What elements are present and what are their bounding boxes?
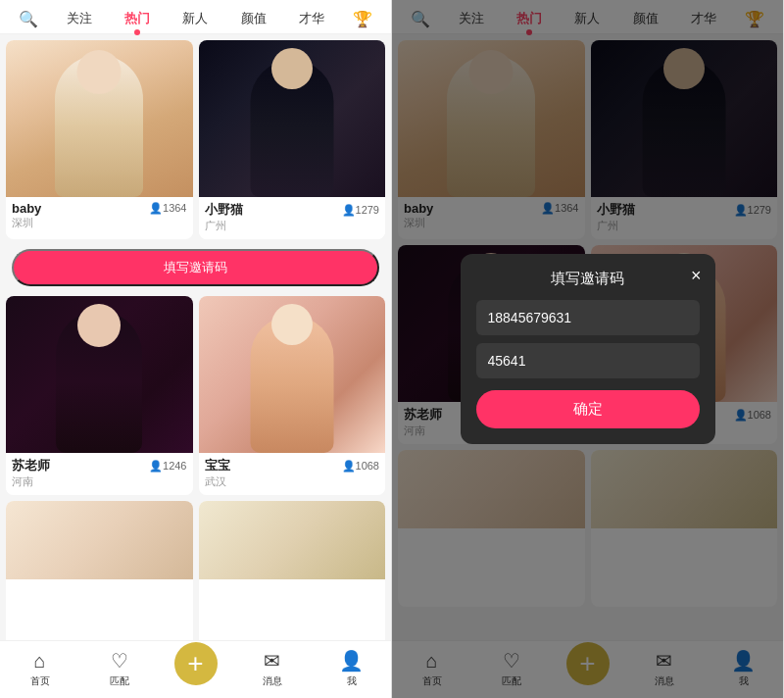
user-icon: 👤	[339, 649, 364, 673]
heart-icon: ♡	[111, 649, 128, 673]
baby-location: 深圳	[12, 216, 187, 230]
message-label: 消息	[263, 674, 282, 688]
content-grid: baby 👤1364 深圳 小野猫 👤1279	[0, 34, 391, 640]
right-panel: 🔍 关注 热门 新人 颜值 才华 🏆 baby 👤1364	[392, 0, 784, 698]
card-row-1: baby 👤1364 深圳 小野猫 👤1279	[6, 40, 385, 239]
nav-me[interactable]: 👤 我	[327, 649, 376, 688]
baby-name: baby	[12, 201, 41, 216]
trophy-icon[interactable]: 🏆	[353, 10, 372, 28]
baby-followers: 👤1364	[149, 202, 186, 215]
phone-input[interactable]	[476, 300, 700, 335]
card-su[interactable]: 苏老师 👤1246 河南	[6, 296, 193, 495]
search-icon[interactable]: 🔍	[19, 10, 38, 28]
confirm-button[interactable]: 确定	[476, 390, 700, 428]
cat-followers: 👤1279	[342, 204, 379, 217]
card-bottom1[interactable]	[6, 501, 193, 640]
nav-follow[interactable]: 关注	[63, 8, 96, 29]
home-label: 首页	[30, 674, 50, 688]
card-bao[interactable]: 宝宝 👤1068 武汉	[199, 296, 386, 495]
invite-row: 填写邀请码	[6, 245, 385, 290]
bottom-nav: ⌂ 首页 ♡ 匹配 + ✉ 消息 👤 我	[0, 640, 391, 698]
card-bottom2[interactable]	[199, 501, 386, 640]
cat-name: 小野猫	[205, 201, 243, 219]
match-label: 匹配	[110, 674, 129, 688]
nav-hot[interactable]: 热门	[121, 8, 154, 29]
cat-location: 广州	[205, 219, 380, 233]
modal-overlay: 填写邀请码 × 确定	[392, 0, 783, 698]
nav-match[interactable]: ♡ 匹配	[95, 649, 144, 688]
nav-message[interactable]: ✉ 消息	[248, 649, 297, 688]
modal-title: 填写邀请码	[476, 270, 700, 288]
su-name: 苏老师	[12, 457, 50, 474]
top-nav: 🔍 关注 热门 新人 颜值 才华 🏆	[0, 0, 391, 34]
home-icon: ⌂	[33, 650, 45, 673]
su-followers: 👤1246	[149, 460, 186, 473]
plus-button[interactable]: +	[174, 642, 218, 685]
bao-name: 宝宝	[205, 457, 230, 474]
card-row-3	[6, 501, 385, 640]
invite-banner-btn[interactable]: 填写邀请码	[12, 249, 379, 286]
card-baby[interactable]: baby 👤1364 深圳	[6, 40, 193, 239]
message-icon: ✉	[264, 649, 280, 673]
left-panel: 🔍 关注 热门 新人 颜值 才华 🏆 baby	[0, 0, 392, 698]
su-location: 河南	[12, 474, 187, 489]
nav-new[interactable]: 新人	[178, 8, 212, 29]
invite-modal: 填写邀请码 × 确定	[461, 254, 715, 444]
modal-close-button[interactable]: ×	[691, 266, 702, 286]
nav-face[interactable]: 颜值	[237, 8, 270, 29]
card-row-2: 苏老师 👤1246 河南 宝宝 👤1068	[6, 296, 385, 495]
card-cat[interactable]: 小野猫 👤1279 广州	[199, 40, 386, 239]
nav-home[interactable]: ⌂ 首页	[16, 650, 65, 688]
invite-code-input[interactable]	[476, 343, 700, 378]
bao-location: 武汉	[205, 474, 380, 489]
bao-followers: 👤1068	[342, 460, 379, 473]
me-label: 我	[347, 674, 357, 688]
nav-talent[interactable]: 才华	[295, 8, 328, 29]
